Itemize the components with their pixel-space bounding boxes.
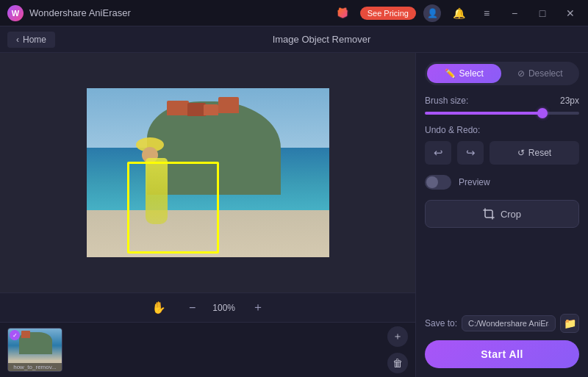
thumbnail-panel: ✓ how_to_remov... ＋ 🗑 bbox=[0, 322, 415, 377]
plus-icon: ＋ bbox=[392, 330, 403, 343]
reset-icon: ↺ bbox=[517, 148, 525, 158]
toggle-thumb bbox=[426, 176, 438, 188]
add-image-button[interactable]: ＋ bbox=[387, 326, 408, 347]
brush-size-section: Brush size: 23px bbox=[425, 96, 579, 115]
save-to-label: Save to: bbox=[425, 318, 457, 328]
brush-slider-thumb bbox=[537, 108, 548, 118]
figure-body bbox=[146, 158, 168, 224]
preview-toggle[interactable] bbox=[425, 175, 451, 190]
crop-icon bbox=[483, 208, 495, 220]
zoom-in-button[interactable]: ＋ bbox=[246, 297, 270, 318]
reset-label: Reset bbox=[528, 148, 551, 158]
logo-letter: W bbox=[12, 9, 19, 18]
home-label: Home bbox=[23, 35, 46, 45]
save-section: Save to: 📁 Start All bbox=[425, 314, 579, 368]
toolbar: ‹ Home Image Object Remover bbox=[0, 26, 588, 53]
eraser-icon: ⊘ bbox=[517, 68, 525, 79]
folder-button[interactable]: 📁 bbox=[560, 314, 579, 333]
close-button[interactable]: ✕ bbox=[560, 5, 581, 21]
select-label: Select bbox=[459, 68, 484, 79]
start-all-button[interactable]: Start All bbox=[425, 340, 579, 368]
trash-icon: 🗑 bbox=[392, 357, 403, 369]
main-layout: ✋ − 100% ＋ ✓ how_to_remov... bbox=[0, 53, 588, 377]
brush-size-value: 23px bbox=[560, 96, 579, 106]
page-title: Image Object Remover bbox=[62, 34, 581, 45]
crop-label: Crop bbox=[501, 209, 521, 220]
pricing-button[interactable]: See Pricing bbox=[360, 7, 416, 20]
canvas-bottom: ✋ − 100% ＋ ✓ how_to_remov... bbox=[0, 292, 415, 377]
brush-size-slider[interactable] bbox=[425, 112, 579, 115]
brush-header: Brush size: 23px bbox=[425, 96, 579, 106]
app-title: Wondershare AniEraser bbox=[29, 7, 131, 18]
delete-image-button[interactable]: 🗑 bbox=[387, 353, 408, 373]
select-deselect-toggle: ✏️ Select ⊘ Deselect bbox=[425, 62, 579, 85]
right-panel: ✏️ Select ⊘ Deselect Brush size: 23px Un… bbox=[415, 53, 588, 377]
undo-redo-section: Undo & Redo: ↩ ↪ ↺ Reset bbox=[425, 125, 579, 165]
start-all-label: Start All bbox=[481, 348, 523, 360]
figure bbox=[135, 158, 179, 246]
deselect-button[interactable]: ⊘ Deselect bbox=[503, 64, 578, 83]
undo-redo-buttons: ↩ ↪ ↺ Reset bbox=[425, 141, 579, 165]
undo-icon: ↩ bbox=[434, 146, 443, 159]
select-button[interactable]: ✏️ Select bbox=[427, 64, 501, 83]
titlebar-right: 🎁 See Pricing 👤 🔔 ≡ − □ ✕ bbox=[337, 4, 581, 22]
hamburger-icon[interactable]: ≡ bbox=[476, 5, 497, 21]
thumb-building bbox=[21, 331, 30, 338]
preview-label: Preview bbox=[459, 177, 490, 187]
deselect-label: Deselect bbox=[528, 68, 563, 79]
preview-row: Preview bbox=[425, 175, 579, 190]
thumbnail-check-icon: ✓ bbox=[10, 330, 20, 340]
brush-icon: ✏️ bbox=[445, 68, 456, 79]
zoom-level: 100% bbox=[212, 303, 235, 313]
minimize-button[interactable]: − bbox=[504, 5, 525, 21]
thumbnail-label: how_to_remov... bbox=[8, 363, 62, 371]
crop-button[interactable]: Crop bbox=[425, 200, 579, 228]
save-path-row: Save to: 📁 bbox=[425, 314, 579, 333]
zoom-out-button[interactable]: − bbox=[183, 298, 201, 317]
main-image bbox=[87, 88, 329, 257]
user-avatar[interactable]: 👤 bbox=[423, 4, 441, 22]
folder-icon: 📁 bbox=[564, 317, 576, 329]
maximize-button[interactable]: □ bbox=[532, 5, 553, 21]
beach-background bbox=[87, 210, 329, 257]
canvas-area: ✋ − 100% ＋ ✓ how_to_remov... bbox=[0, 53, 415, 377]
notification-icon[interactable]: 🔔 bbox=[448, 5, 469, 21]
image-wrapper bbox=[87, 88, 329, 257]
building-1 bbox=[167, 101, 189, 115]
redo-icon: ↪ bbox=[466, 146, 476, 159]
pricing-label: See Pricing bbox=[368, 9, 409, 18]
chevron-left-icon: ‹ bbox=[16, 35, 19, 45]
hand-tool-button[interactable]: ✋ bbox=[146, 298, 172, 317]
home-button[interactable]: ‹ Home bbox=[7, 32, 55, 48]
undo-button[interactable]: ↩ bbox=[425, 141, 451, 165]
thumbnail-item[interactable]: ✓ how_to_remov... bbox=[7, 328, 62, 372]
undo-redo-label: Undo & Redo: bbox=[425, 125, 579, 135]
image-container[interactable] bbox=[0, 53, 415, 292]
redo-button[interactable]: ↪ bbox=[457, 141, 484, 165]
building-4 bbox=[218, 97, 239, 113]
save-path-input[interactable] bbox=[462, 315, 556, 331]
app-logo: W bbox=[7, 5, 24, 21]
thumbnail-actions: ＋ 🗑 bbox=[387, 326, 408, 373]
titlebar-left: W Wondershare AniEraser bbox=[7, 5, 131, 21]
reset-button[interactable]: ↺ Reset bbox=[490, 141, 579, 165]
building-2 bbox=[187, 103, 206, 116]
image-controls: ✋ − 100% ＋ bbox=[0, 292, 415, 322]
gift-icon: 🎁 bbox=[337, 7, 348, 18]
titlebar: W Wondershare AniEraser 🎁 See Pricing 👤 … bbox=[0, 0, 588, 26]
brush-size-label: Brush size: bbox=[425, 96, 468, 106]
building-3 bbox=[204, 104, 218, 115]
